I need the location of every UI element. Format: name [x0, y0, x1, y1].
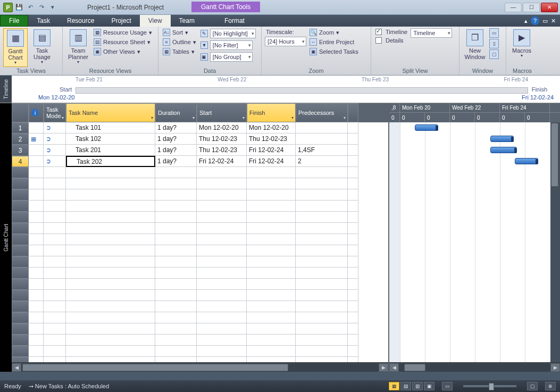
empty-cell[interactable] — [12, 290, 29, 301]
empty-cell[interactable] — [44, 335, 66, 346]
empty-cell[interactable] — [29, 268, 44, 279]
maximize-button[interactable]: ☐ — [523, 3, 540, 12]
table-row[interactable]: 1➲Task 1011 day?Mon 12-02-20Mon 12-02-20 — [12, 122, 388, 134]
empty-cell[interactable] — [12, 245, 29, 256]
empty-cell[interactable] — [197, 234, 247, 245]
empty-cell[interactable] — [12, 268, 29, 279]
empty-cell[interactable] — [155, 312, 197, 323]
col-start[interactable]: Start▾ — [197, 103, 247, 122]
empty-cell[interactable] — [296, 212, 348, 223]
col-add-new[interactable] — [348, 103, 358, 122]
empty-cell[interactable] — [247, 335, 296, 346]
empty-cell[interactable] — [44, 290, 66, 301]
table-row-empty[interactable] — [12, 201, 388, 212]
empty-cell[interactable] — [155, 167, 197, 178]
empty-cell[interactable] — [155, 301, 197, 312]
empty-cell[interactable] — [29, 279, 44, 290]
save-icon[interactable]: 💾 — [14, 3, 24, 12]
empty-cell[interactable] — [247, 357, 296, 362]
empty-cell[interactable] — [29, 245, 44, 256]
timescale-dropdown[interactable]: [24] Hours — [265, 37, 306, 46]
empty-cell[interactable] — [66, 279, 155, 290]
redo-icon[interactable]: ↷ — [37, 3, 46, 12]
cell-extra[interactable] — [348, 145, 358, 156]
empty-cell[interactable] — [66, 234, 155, 245]
empty-cell[interactable] — [348, 323, 358, 335]
empty-cell[interactable] — [197, 290, 247, 301]
qat-customize-icon[interactable]: ▾ — [48, 3, 57, 12]
empty-cell[interactable] — [247, 212, 296, 223]
empty-cell[interactable] — [155, 245, 197, 256]
empty-cell[interactable] — [155, 223, 197, 234]
gantt-bar[interactable] — [490, 136, 514, 142]
scroll-left-icon[interactable]: ◀ — [12, 363, 21, 372]
empty-cell[interactable] — [247, 201, 296, 212]
empty-cell[interactable] — [29, 178, 44, 189]
empty-cell[interactable] — [44, 178, 66, 189]
empty-cell[interactable] — [247, 223, 296, 234]
empty-cell[interactable] — [296, 167, 348, 178]
table-row-empty[interactable] — [12, 290, 388, 301]
table-row[interactable]: 3➲Task 2011 day?Thu 12-02-23Fri 12-02-24… — [12, 145, 388, 156]
gantt-bar[interactable] — [490, 147, 517, 153]
empty-cell[interactable] — [29, 301, 44, 312]
tab-file[interactable]: File — [0, 15, 28, 27]
tab-project[interactable]: Project — [103, 15, 139, 27]
empty-cell[interactable] — [44, 189, 66, 201]
zoom-to-fit-icon[interactable]: ▢ — [527, 382, 538, 390]
empty-cell[interactable] — [197, 178, 247, 189]
empty-cell[interactable] — [348, 234, 358, 245]
cell-finish[interactable]: Mon 12-02-20 — [247, 122, 296, 134]
switch-windows-icon[interactable]: ▭ — [489, 28, 499, 38]
empty-cell[interactable] — [66, 201, 155, 212]
empty-cell[interactable] — [197, 346, 247, 357]
empty-cell[interactable] — [197, 323, 247, 335]
view-resource-sheet-icon[interactable]: ▣ — [424, 382, 434, 390]
empty-cell[interactable] — [12, 279, 29, 290]
cell-task-mode[interactable]: ➲ — [44, 134, 66, 145]
empty-cell[interactable] — [197, 268, 247, 279]
cell-indicator[interactable] — [29, 122, 44, 134]
empty-cell[interactable] — [44, 167, 66, 178]
table-row-empty[interactable] — [12, 178, 388, 189]
entire-project-button[interactable]: ↔Entire Project — [308, 38, 360, 46]
table-row-empty[interactable] — [12, 234, 388, 245]
cell-task-name[interactable]: Task 202 — [66, 156, 155, 167]
table-row-empty[interactable] — [12, 312, 388, 323]
empty-cell[interactable] — [296, 189, 348, 201]
arrange-all-icon[interactable]: ▯ — [489, 39, 499, 48]
cell-finish[interactable]: Fri 12-02-24 — [247, 145, 296, 156]
empty-cell[interactable] — [12, 323, 29, 335]
empty-cell[interactable] — [296, 256, 348, 268]
empty-cell[interactable] — [197, 223, 247, 234]
table-row[interactable]: 2▦➲Task 1021 day?Thu 12-02-23Thu 12-02-2… — [12, 134, 388, 145]
col-finish[interactable]: Finish▾ — [247, 103, 296, 122]
empty-cell[interactable] — [296, 312, 348, 323]
ribbon-minimize-icon[interactable]: ▴ — [524, 18, 528, 24]
col-duration[interactable]: Duration▾ — [155, 103, 197, 122]
empty-cell[interactable] — [155, 335, 197, 346]
empty-cell[interactable] — [247, 245, 296, 256]
empty-cell[interactable] — [29, 212, 44, 223]
zoom-button[interactable]: 🔍Zoom ▾ — [308, 28, 360, 37]
empty-cell[interactable] — [155, 201, 197, 212]
timeline-bar[interactable] — [76, 87, 528, 94]
cell-task-name[interactable]: Task 101 — [66, 122, 155, 134]
view-team-planner-icon[interactable]: ▥ — [412, 382, 423, 390]
empty-cell[interactable] — [66, 357, 155, 362]
timeline-view-dropdown[interactable]: Timeline — [411, 28, 452, 38]
empty-cell[interactable] — [348, 279, 358, 290]
minimize-button[interactable]: — — [505, 3, 522, 12]
scroll-thumb[interactable] — [404, 364, 425, 371]
empty-cell[interactable] — [66, 335, 155, 346]
zoom-in-icon[interactable]: ⊕ — [545, 382, 556, 390]
empty-cell[interactable] — [155, 357, 197, 362]
empty-cell[interactable] — [155, 279, 197, 290]
empty-cell[interactable] — [66, 323, 155, 335]
cell-duration[interactable]: 1 day? — [155, 134, 197, 145]
tab-view[interactable]: View — [140, 15, 171, 27]
empty-cell[interactable] — [296, 268, 348, 279]
row-number[interactable]: 1 — [12, 122, 29, 134]
empty-cell[interactable] — [247, 234, 296, 245]
empty-cell[interactable] — [348, 312, 358, 323]
